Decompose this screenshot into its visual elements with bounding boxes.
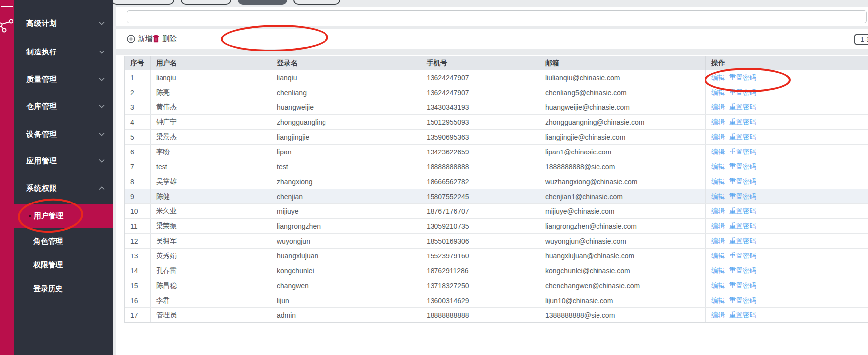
reset-password-link[interactable]: 重置密码 <box>729 103 756 112</box>
table-row[interactable]: 14孔春雷kongchunlei18762911286kongchunlei@c… <box>125 263 868 278</box>
table-row[interactable]: 3黄伟杰huangweijie13430343193huangweijie@ch… <box>125 100 868 114</box>
cell-actions: 编辑重置密码 <box>706 145 868 159</box>
cell-login: wuyongjun <box>271 234 421 248</box>
cell-email: 1388888888@sie.com <box>540 308 706 322</box>
edit-link[interactable]: 编辑 <box>711 311 725 320</box>
edit-link[interactable]: 编辑 <box>711 281 725 290</box>
table-row[interactable]: 17管理员admin188888888881388888888@sie.com编… <box>125 307 868 322</box>
sidebar-item-label: 应用管理 <box>26 156 57 166</box>
column-header-1: 序号 <box>125 56 151 70</box>
sidebar-item-3[interactable]: 质量管理 <box>14 70 113 88</box>
edit-link[interactable]: 编辑 <box>711 177 725 186</box>
column-header-2: 用户名 <box>151 56 271 70</box>
reset-password-link[interactable]: 重置密码 <box>729 207 756 216</box>
cell-no: 15 <box>125 278 151 293</box>
filter-input[interactable] <box>127 10 867 23</box>
reset-password-link[interactable]: 重置密码 <box>729 73 756 82</box>
reset-password-link[interactable]: 重置密码 <box>729 222 756 231</box>
cell-email: lijun10@chinasie.com <box>540 293 706 307</box>
table-row[interactable]: 10米久业mijiuye18767176707mijiuye@chinasie.… <box>125 203 868 218</box>
cell-email: wuzhangxiong@chinasie.com <box>540 174 706 189</box>
share-icon[interactable] <box>0 19 13 36</box>
edit-link[interactable]: 编辑 <box>711 133 725 142</box>
cell-phone: 13059210735 <box>421 219 540 233</box>
reset-password-link[interactable]: 重置密码 <box>729 118 756 127</box>
edit-link[interactable]: 编辑 <box>711 73 725 82</box>
edit-link[interactable]: 编辑 <box>711 237 725 246</box>
cell-username: 黄伟杰 <box>151 100 271 114</box>
reset-password-link[interactable]: 重置密码 <box>729 252 756 260</box>
reset-password-link[interactable]: 重置密码 <box>729 177 756 186</box>
table-row[interactable]: 2陈亮chenliang13624247907chenliang5@chinas… <box>125 85 868 100</box>
cell-username: 钟广宁 <box>151 115 271 129</box>
sidebar-subitem-1[interactable]: 用户管理 <box>14 204 113 228</box>
table-row[interactable]: 9陈健chenjian15807552245chenjian1@chinasie… <box>125 189 868 203</box>
reset-password-link[interactable]: 重置密码 <box>729 266 756 275</box>
cell-phone: 15807552245 <box>421 189 540 203</box>
reset-password-link[interactable]: 重置密码 <box>729 237 756 246</box>
table-row[interactable]: 7testtest188888888881888888888@sie.com编辑… <box>125 159 868 174</box>
table-row[interactable]: 16李君lijun13600314629lijun10@chinasie.com… <box>125 293 868 307</box>
edit-link[interactable]: 编辑 <box>711 192 725 201</box>
table-row[interactable]: 13黄秀娟huangxiujuan15523979160huangxiujuan… <box>125 248 868 263</box>
edit-link[interactable]: 编辑 <box>711 266 725 275</box>
edit-link[interactable]: 编辑 <box>711 296 725 305</box>
cell-no: 10 <box>125 204 151 218</box>
reset-password-link[interactable]: 重置密码 <box>729 281 756 290</box>
sidebar-item-6[interactable]: 应用管理 <box>14 152 113 170</box>
sidebar-item-1[interactable]: 高级计划 <box>14 14 113 32</box>
table-row[interactable]: 15陈昌稳changwen13718327250chenchangwen@chi… <box>125 278 868 293</box>
cell-no: 6 <box>125 145 151 159</box>
cell-phone: 18767176707 <box>421 204 540 218</box>
sidebar-subitem-2[interactable]: 角色管理 <box>14 232 113 250</box>
sidebar-item-2[interactable]: 制造执行 <box>14 43 113 61</box>
cell-email: chenjian1@chinasie.com <box>540 189 706 203</box>
cell-phone: 13590695363 <box>421 130 540 144</box>
cell-actions: 编辑重置密码 <box>706 249 868 263</box>
edit-link[interactable]: 编辑 <box>711 252 725 260</box>
chevron-down-icon <box>99 77 105 81</box>
cell-phone: 18888888888 <box>421 159 540 174</box>
add-button[interactable]: 新增 <box>127 29 153 49</box>
tab-3[interactable] <box>238 0 287 5</box>
table-row[interactable]: 12吴拥军wuyongjun18550169306wuyongjun@china… <box>125 233 868 248</box>
reset-password-link[interactable]: 重置密码 <box>729 192 756 201</box>
cell-email: zhongguangning@chinasie.com <box>540 115 706 129</box>
reset-password-link[interactable]: 重置密码 <box>729 148 756 156</box>
table-row[interactable]: 5梁景杰liangjingjie13590695363liangjingjie@… <box>125 129 868 144</box>
sidebar-item-4[interactable]: 仓库管理 <box>14 98 113 115</box>
table-row[interactable]: 6李盼lipan13423622659lipan1@chinasie.com编辑… <box>125 144 868 159</box>
edit-link[interactable]: 编辑 <box>711 148 725 156</box>
reset-password-link[interactable]: 重置密码 <box>729 88 756 97</box>
cell-login: lijun <box>271 293 421 307</box>
reset-password-link[interactable]: 重置密码 <box>729 133 756 142</box>
table-row[interactable]: 4钟广宁zhongguangling15012955093zhongguangn… <box>125 114 868 129</box>
edit-link[interactable]: 编辑 <box>711 222 725 231</box>
reset-password-link[interactable]: 重置密码 <box>729 296 756 305</box>
table-row[interactable]: 1lianqiulianqiu13624247907liulianqiu@chi… <box>125 70 868 85</box>
table-row[interactable]: 8吴掌雄zhangxiong18666562782wuzhangxiong@ch… <box>125 174 868 189</box>
sidebar-item-5[interactable]: 设备管理 <box>14 125 113 143</box>
cell-username: 管理员 <box>151 308 271 322</box>
edit-link[interactable]: 编辑 <box>711 162 725 171</box>
pagination-badge[interactable]: 1-3 <box>854 34 868 45</box>
reset-password-link[interactable]: 重置密码 <box>729 162 756 171</box>
cell-phone: 18550169306 <box>421 234 540 248</box>
cell-login: huangxiujuan <box>271 249 421 263</box>
cell-actions: 编辑重置密码 <box>706 159 868 174</box>
edit-link[interactable]: 编辑 <box>711 207 725 216</box>
sidebar-item-7[interactable]: 系统权限 <box>14 179 113 197</box>
sidebar-subitem-4[interactable]: 登录历史 <box>14 280 113 298</box>
tab-2[interactable] <box>181 0 231 5</box>
edit-link[interactable]: 编辑 <box>711 103 725 112</box>
tab-4[interactable] <box>293 0 340 5</box>
edit-link[interactable]: 编辑 <box>711 118 725 127</box>
tab-1[interactable] <box>111 0 174 5</box>
edit-link[interactable]: 编辑 <box>711 88 725 97</box>
cell-email: mijiuye@chinasie.com <box>540 204 706 218</box>
reset-password-link[interactable]: 重置密码 <box>729 311 756 320</box>
sidebar-item-label: 仓库管理 <box>26 102 57 111</box>
table-row[interactable]: 11梁荣振liangrongzhen13059210735liangrongzh… <box>125 218 868 233</box>
sidebar-subitem-3[interactable]: 权限管理 <box>14 256 113 274</box>
delete-button[interactable]: 删除 <box>152 29 177 49</box>
